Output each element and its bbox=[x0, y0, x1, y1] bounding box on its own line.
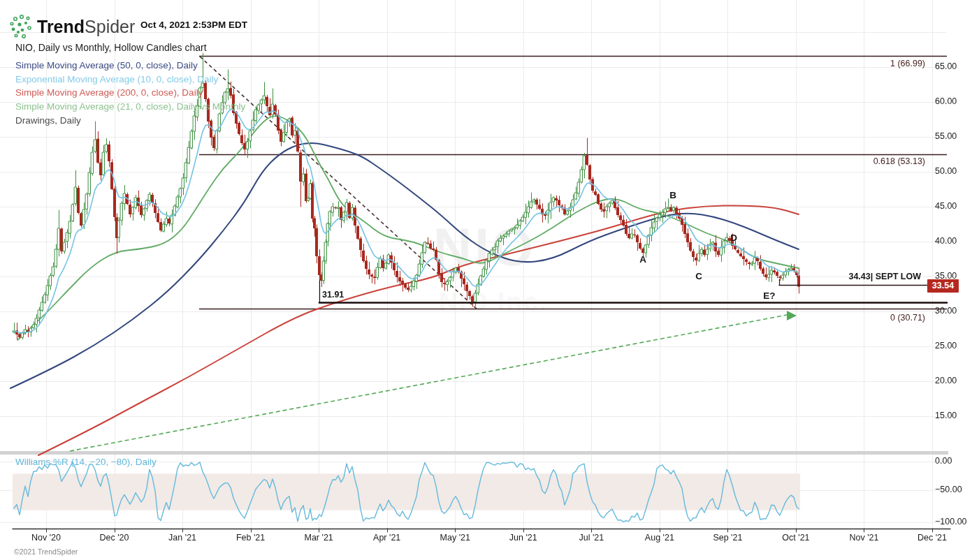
month-tick-label: Jul '21 bbox=[579, 533, 604, 543]
month-tick-label: Nov '20 bbox=[31, 533, 61, 543]
wave-label-B[interactable]: B bbox=[669, 190, 676, 200]
legend-item-4[interactable]: Drawings, Daily bbox=[15, 115, 245, 129]
sept-low-label[interactable]: 34.43| SEPT LOW bbox=[848, 272, 921, 281]
price-tick-label: 60.00 bbox=[935, 96, 957, 106]
fib-level-label-2[interactable]: 0 (30.71) bbox=[890, 313, 925, 323]
month-tick-label: Dec '21 bbox=[917, 533, 947, 543]
price-tick-label: 40.00 bbox=[935, 236, 957, 246]
indicator-tick-label: 0.00 bbox=[935, 456, 952, 466]
month-tick-label: Nov '21 bbox=[849, 533, 878, 543]
price-tick-label: 65.00 bbox=[935, 61, 957, 71]
copyright: ©2021 TrendSpider bbox=[14, 547, 78, 556]
price-tick-label: 45.00 bbox=[935, 201, 957, 211]
price-tick-label: 25.00 bbox=[935, 341, 957, 351]
month-tick-label: Feb '21 bbox=[236, 533, 265, 543]
trendspider-chart-window: NIO NIO Inc. TrendSpider Oct 4 bbox=[0, 0, 972, 560]
month-tick-label: Jan '21 bbox=[168, 533, 196, 543]
legend-item-3[interactable]: Simple Moving Average (21, 0, close), Da… bbox=[15, 101, 245, 115]
month-tick-label: Mar '21 bbox=[305, 533, 333, 543]
brand-name-light: Spider bbox=[85, 17, 135, 37]
month-tick-label: May '21 bbox=[440, 533, 470, 543]
support-price-label[interactable]: 31.91 bbox=[322, 290, 344, 300]
price-tick-label: 20.00 bbox=[935, 376, 957, 385]
fib-level-label-0[interactable]: 1 (66.99) bbox=[890, 59, 925, 68]
trendspider-logo-icon bbox=[10, 14, 32, 39]
month-tick-label: Apr '21 bbox=[373, 533, 400, 543]
indicator-tick-label: −50.00 bbox=[935, 485, 962, 494]
brand-name-bold: Trend bbox=[37, 17, 85, 37]
fib-level-label-1[interactable]: 0.618 (53.13) bbox=[873, 156, 925, 166]
last-price-tag: 33.54 bbox=[927, 279, 959, 293]
wave-label-D[interactable]: D bbox=[730, 233, 737, 243]
legend-item-2[interactable]: Simple Moving Average (200, 0, close), D… bbox=[15, 87, 245, 101]
legend-item-1[interactable]: Exponential Moving Average (10, 0, close… bbox=[15, 74, 245, 88]
month-tick-label: Dec '20 bbox=[100, 533, 129, 543]
legend-item-0[interactable]: Simple Moving Average (50, 0, close), Da… bbox=[15, 60, 245, 74]
month-tick-label: Jun '21 bbox=[509, 533, 537, 543]
chart-timestamp: Oct 4, 2021 2:53PM EDT bbox=[140, 20, 247, 30]
indicator-legend: Simple Moving Average (50, 0, close), Da… bbox=[15, 60, 245, 128]
month-tick-label: Aug '21 bbox=[645, 533, 674, 543]
chart-title: NIO, Daily vs Monthly, Hollow Candles ch… bbox=[15, 42, 207, 53]
trendspider-logo[interactable]: TrendSpider bbox=[10, 14, 135, 39]
price-tick-label: 30.00 bbox=[935, 306, 957, 316]
month-tick-label: Oct '21 bbox=[782, 533, 809, 543]
price-tick-label: 50.00 bbox=[935, 166, 957, 176]
wave-label-E[interactable]: E? bbox=[763, 290, 775, 301]
wave-label-A[interactable]: A bbox=[639, 254, 646, 265]
wave-label-C[interactable]: C bbox=[695, 271, 702, 281]
month-tick-label: Sep '21 bbox=[713, 533, 742, 543]
williams-r-label[interactable]: Williams %R (14, −20, −80), Daily bbox=[15, 457, 157, 467]
price-tick-label: 55.00 bbox=[935, 131, 957, 141]
indicator-tick-label: −100.00 bbox=[935, 517, 967, 526]
price-tick-label: 15.00 bbox=[935, 411, 957, 420]
